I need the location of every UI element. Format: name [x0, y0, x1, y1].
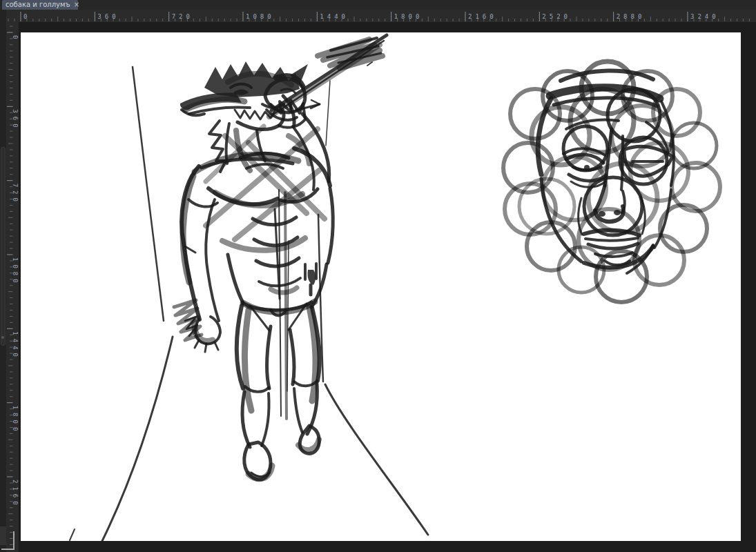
- svg-text:0: 0: [12, 35, 19, 42]
- ruler-vertical[interactable]: 03607201080144018002160: [6, 22, 19, 552]
- svg-text:1800: 1800: [394, 13, 423, 20]
- svg-text:360: 360: [12, 109, 19, 130]
- sketch-svg: [21, 32, 741, 541]
- ruler-horizontal[interactable]: 03607201080144018002160252028803240: [6, 10, 756, 22]
- svg-text:2520: 2520: [542, 13, 571, 20]
- collapsed-panel-handle[interactable]: [1, 147, 6, 346]
- svg-text:2880: 2880: [617, 13, 646, 20]
- drawing-app-window: собака и голлумъ × 036072010801440180021…: [0, 0, 756, 552]
- ruler-scroll-indicator-vertical: [13, 531, 14, 550]
- svg-text:1080: 1080: [12, 257, 19, 286]
- svg-text:1800: 1800: [12, 406, 19, 435]
- drawing-canvas[interactable]: [21, 32, 741, 541]
- sketch-dog-figure: [180, 35, 387, 480]
- tab-close-icon[interactable]: ×: [74, 0, 79, 10]
- svg-text:2160: 2160: [12, 480, 19, 509]
- left-strip-block: [0, 526, 6, 545]
- svg-text:0: 0: [23, 13, 30, 20]
- tab-title: собака и голлумъ: [6, 0, 70, 10]
- left-panel-strip: [0, 0, 6, 552]
- document-tab-bar: собака и голлумъ ×: [0, 0, 756, 10]
- document-tab[interactable]: собака и голлумъ ×: [2, 0, 78, 10]
- svg-text:360: 360: [97, 13, 119, 20]
- panel-dot-icon: [1, 336, 4, 339]
- sketch-background-lines: [70, 62, 428, 541]
- svg-text:720: 720: [12, 184, 19, 205]
- svg-text:720: 720: [172, 13, 193, 20]
- svg-text:1440: 1440: [320, 13, 349, 20]
- svg-text:1080: 1080: [246, 13, 275, 20]
- svg-text:3240: 3240: [690, 13, 719, 20]
- ruler-scroll-indicator-horizontal: [1, 549, 13, 550]
- svg-text:1440: 1440: [12, 331, 19, 360]
- svg-text:2160: 2160: [468, 13, 497, 20]
